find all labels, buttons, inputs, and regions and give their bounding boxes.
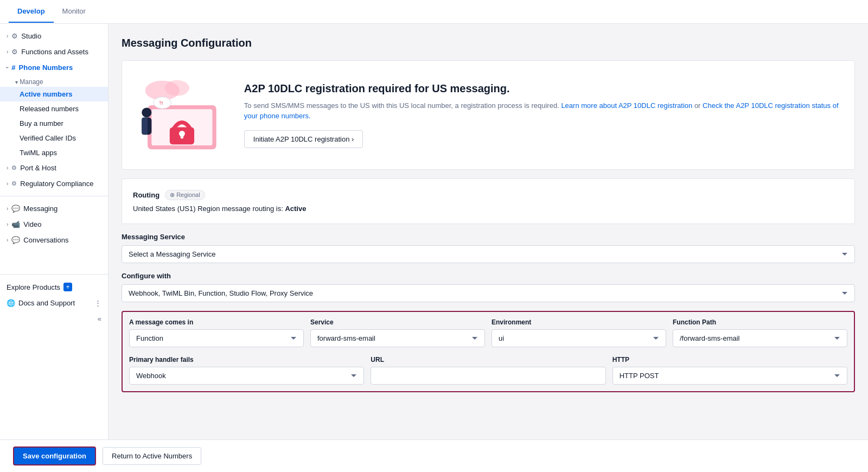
configure-with-label: Configure with — [122, 272, 855, 280]
initiate-a2p-button[interactable]: Initiate A2P 10DLC registration › — [244, 130, 363, 148]
sidebar-item-port-host[interactable]: › ⚙ Port & Host — [0, 160, 108, 176]
primary-handler-select[interactable]: Webhook — [129, 367, 364, 385]
chevron-right-icon: › — [7, 181, 8, 187]
sidebar-item-phone-numbers[interactable]: › # Phone Numbers — [0, 60, 108, 75]
a2p-content: A2P 10DLC registration required for US m… — [244, 82, 844, 148]
svg-point-7 — [142, 107, 151, 117]
save-configuration-button[interactable]: Save configuration — [13, 447, 96, 465]
message-comes-in-select[interactable]: Function — [129, 329, 304, 347]
chevron-right-icon: › — [7, 165, 8, 171]
routing-card: Routing ⊕ Regional United States (US1) R… — [122, 178, 855, 224]
explore-products[interactable]: Explore Products + — [0, 279, 108, 295]
primary-handler-label: Primary handler fails — [129, 356, 364, 363]
port-icon: ⚙ — [11, 164, 17, 171]
primary-handler-col: Primary handler fails Webhook — [129, 356, 364, 385]
a2p-illustration: ?! — [133, 72, 231, 158]
functions-icon: ⚙ — [11, 48, 18, 56]
chevron-right-icon: › — [7, 206, 8, 212]
sidebar-group-manage: ▾ Manage — [0, 75, 108, 87]
sidebar-item-regulatory-compliance[interactable]: › ⚙ Regulatory Compliance — [0, 176, 108, 192]
service-col: Service forward-sms-email — [310, 318, 485, 347]
page-title: Messaging Configuration — [122, 37, 855, 49]
routing-label: Routing — [133, 191, 159, 199]
sidebar-item-studio[interactable]: › ⚙ Studio — [0, 28, 108, 44]
sidebar-divider — [0, 196, 108, 196]
bottom-bar: Save configuration Return to Active Numb… — [0, 439, 868, 472]
message-comes-in-col: A message comes in Function — [129, 318, 304, 347]
chevron-down-manage-icon: ▾ — [15, 79, 18, 85]
chevron-down-icon: › — [4, 67, 10, 68]
hash-icon: # — [11, 63, 15, 72]
sidebar-subitem-twiml-apps[interactable]: TwiML apps — [0, 145, 108, 160]
messaging-service-label: Messaging Service — [122, 233, 855, 241]
service-select[interactable]: forward-sms-email — [310, 329, 485, 347]
function-path-col: Function Path /forward-sms-email — [673, 318, 847, 347]
url-input[interactable] — [371, 367, 605, 385]
regulatory-icon: ⚙ — [11, 180, 17, 187]
environment-col: Environment ui — [492, 318, 666, 347]
conversations-icon: 💬 — [11, 236, 20, 244]
configure-with-section: Configure with Webhook, TwiML Bin, Funct… — [122, 272, 855, 302]
video-icon: 📹 — [11, 220, 20, 228]
chevron-right-icon: › — [7, 221, 8, 227]
chevron-right-icon: › — [7, 33, 8, 39]
http-select[interactable]: HTTP POST — [612, 367, 847, 385]
function-config-box: A message comes in Function Service forw… — [122, 311, 855, 392]
routing-description: United States (US1) Region message routi… — [133, 205, 844, 213]
messaging-service-section: Messaging Service Select a Messaging Ser… — [122, 233, 855, 263]
more-icon[interactable]: ⋮ — [94, 299, 101, 307]
top-nav: Develop Monitor — [0, 0, 868, 24]
sidebar-subitem-released-numbers[interactable]: Released numbers — [0, 101, 108, 116]
configure-with-select[interactable]: Webhook, TwiML Bin, Function, Studio Flo… — [122, 284, 855, 302]
messaging-service-select[interactable]: Select a Messaging Service — [122, 245, 855, 263]
svg-point-1 — [165, 80, 189, 96]
sidebar-subitem-buy-number[interactable]: Buy a number — [0, 116, 108, 131]
learn-more-link[interactable]: Learn more about A2P 10DLC registration — [561, 101, 692, 110]
message-comes-in-label: A message comes in — [129, 318, 304, 326]
messaging-icon: 💬 — [11, 205, 20, 213]
environment-select[interactable]: ui — [492, 329, 666, 347]
sidebar-item-messaging[interactable]: › 💬 Messaging — [0, 201, 108, 216]
http-col: HTTP HTTP POST — [612, 356, 847, 385]
chevron-right-icon: › — [7, 49, 8, 55]
sidebar-divider-2 — [0, 274, 108, 275]
http-label: HTTP — [612, 356, 847, 363]
environment-label: Environment — [492, 318, 666, 326]
sidebar-item-video[interactable]: › 📹 Video — [0, 216, 108, 232]
svg-rect-9 — [142, 118, 148, 135]
collapse-sidebar-button[interactable]: « — [0, 311, 108, 327]
globe-icon: 🌐 — [7, 299, 15, 307]
sidebar-subitem-active-numbers[interactable]: Active numbers — [0, 87, 108, 101]
sidebar-subitem-verified-caller-ids[interactable]: Verified Caller IDs — [0, 131, 108, 145]
sidebar: › ⚙ Studio › ⚙ Functions and Assets › # … — [0, 24, 108, 439]
sidebar-item-conversations[interactable]: › 💬 Conversations — [0, 232, 108, 248]
config-row-2: Primary handler fails Webhook URL HTTP H… — [129, 356, 847, 385]
a2p-banner-card: ?! A2P 10DLC registration required for U… — [122, 60, 855, 170]
url-col: URL — [371, 356, 605, 385]
sidebar-item-functions-assets[interactable]: › ⚙ Functions and Assets — [0, 44, 108, 60]
svg-rect-6 — [181, 133, 183, 138]
svg-text:?!: ?! — [159, 100, 163, 106]
plus-icon: + — [63, 283, 72, 291]
service-label: Service — [310, 318, 485, 326]
config-row-1: A message comes in Function Service forw… — [129, 318, 847, 347]
function-path-select[interactable]: /forward-sms-email — [673, 329, 847, 347]
url-label: URL — [371, 356, 605, 363]
studio-icon: ⚙ — [11, 32, 18, 40]
routing-badge: ⊕ Regional — [165, 190, 205, 200]
tab-develop[interactable]: Develop — [9, 1, 54, 23]
tab-monitor[interactable]: Monitor — [54, 1, 94, 23]
docs-support[interactable]: 🌐 Docs and Support ⋮ — [0, 295, 108, 311]
function-path-label: Function Path — [673, 318, 847, 326]
chevron-right-icon: › — [7, 237, 8, 243]
main-content: Messaging Configuration — [108, 24, 868, 439]
return-to-active-numbers-button[interactable]: Return to Active Numbers — [103, 447, 201, 465]
